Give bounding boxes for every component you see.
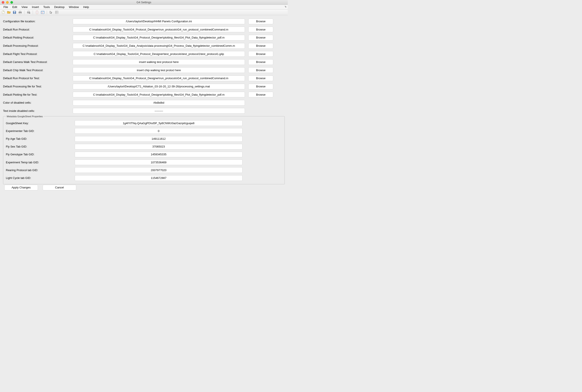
settings-row: Default Chip Walk Test Protocol:insert c…: [3, 66, 285, 74]
metadata-value-field[interactable]: 0: [75, 128, 242, 134]
setting-label: Default Chip Walk Test Protocol:: [3, 68, 73, 72]
menubar: File Edit View Insert Tools Desktop Wind…: [0, 5, 288, 10]
menu-insert[interactable]: Insert: [30, 5, 41, 9]
zoom-window-button[interactable]: [11, 1, 13, 4]
menu-tools[interactable]: Tools: [41, 5, 52, 9]
setting-value-field[interactable]: insert walking test protocol here: [73, 59, 245, 65]
setting-label: Color of disabled cells:: [3, 101, 73, 104]
settings-row: Configuration file location:/Users/taylo…: [3, 17, 285, 26]
svg-rect-6: [19, 13, 21, 14]
page-setup-icon[interactable]: [27, 10, 31, 14]
svg-rect-7: [27, 12, 30, 13]
metadata-value-field[interactable]: 37065023: [75, 144, 242, 150]
settings-row: Default Run Protocol:C:\matlabroot\G4_Di…: [3, 26, 285, 34]
menubar-overflow-icon[interactable]: ⇘: [284, 5, 286, 8]
metadata-value-field[interactable]: 1154672887: [75, 175, 242, 181]
close-window-button[interactable]: [2, 1, 4, 4]
cancel-button[interactable]: Cancel: [43, 185, 76, 190]
settings-row: Default Plotting file for Test:C:\matlab…: [3, 90, 285, 99]
metadata-row: Fly Sex Tab GID:37065023: [6, 143, 282, 150]
metadata-row: Rearing Protocol tab GID:2007977020: [6, 166, 282, 174]
settings-row: Default Flight Test Protocol:C:\matlabro…: [3, 50, 285, 58]
metadata-row: Experimenter Tab GID:0: [6, 127, 282, 135]
setting-value-field[interactable]: C:\matlabroot\G4_Display_Tools\G4_Protoc…: [73, 92, 245, 97]
titlebar: G4 Settings: [0, 0, 288, 5]
menu-file[interactable]: File: [1, 5, 10, 9]
menu-edit[interactable]: Edit: [10, 5, 19, 9]
metadata-label: Light Cycle tab GID:: [6, 176, 75, 180]
browse-button[interactable]: Browse: [248, 67, 273, 73]
browse-button[interactable]: Browse: [248, 84, 273, 89]
toolbar-divider: [24, 10, 25, 14]
setting-label: Default Processing file for Test:: [3, 85, 73, 88]
setting-value-field[interactable]: C:\matlabroot\G4_Display_Tools\G4_Protoc…: [73, 76, 245, 81]
metadata-row: Fly Genotype Tab GID:1459345335: [6, 150, 282, 158]
apply-changes-button[interactable]: Apply Changes: [4, 185, 38, 190]
svg-rect-8: [28, 11, 30, 12]
print-icon[interactable]: [18, 10, 22, 14]
metadata-value-field[interactable]: 2007977020: [75, 167, 242, 173]
settings-row: Default Processing Protocol:C:\matlabroo…: [3, 42, 285, 50]
svg-rect-3: [14, 12, 15, 14]
metadata-label: Rearing Protocol tab GID:: [6, 168, 75, 172]
metadata-value-field[interactable]: 1073536469: [75, 160, 242, 165]
browse-button[interactable]: Browse: [248, 59, 273, 65]
metadata-label: Fly Genotype Tab GID:: [6, 153, 75, 156]
menu-help[interactable]: Help: [81, 5, 91, 9]
browse-button[interactable]: Browse: [248, 26, 273, 32]
setting-value-field[interactable]: C:\matlabroot\G4_Display_Tools\G4_Protoc…: [73, 35, 245, 40]
menu-desktop[interactable]: Desktop: [52, 5, 67, 9]
browse-button[interactable]: Browse: [248, 76, 273, 81]
menu-view[interactable]: View: [19, 5, 30, 9]
browse-button[interactable]: Browse: [248, 18, 273, 24]
setting-value-field[interactable]: ---------: [73, 108, 245, 114]
mobile-icon[interactable]: [35, 10, 39, 14]
setting-label: Default Run Protocol for Test:: [3, 76, 73, 80]
metadata-label: Experiment Temp tab GID:: [6, 161, 75, 164]
settings-row: Default Run Protocol for Test:C:\matlabr…: [3, 74, 285, 82]
svg-rect-12: [41, 11, 44, 14]
setting-label: Default Flight Test Protocol:: [3, 52, 73, 56]
metadata-row: Light Cycle tab GID:1154672887: [6, 174, 282, 182]
browse-button[interactable]: Browse: [248, 92, 273, 97]
settings-row: Default Processing file for Test:/Users/…: [3, 82, 285, 91]
browse-button[interactable]: Browse: [248, 35, 273, 40]
setting-value-field[interactable]: /Users/taylorl/Desktop/CT1_Ablation_03-1…: [73, 84, 245, 89]
setting-value-field[interactable]: #bdbdbd: [73, 100, 245, 106]
setting-value-field[interactable]: insert chip walking test protocl here: [73, 67, 245, 73]
open-folder-icon[interactable]: [7, 10, 11, 14]
metadata-row: Experiment Temp tab GID:1073536469: [6, 158, 282, 166]
toolbar-divider: [33, 10, 33, 14]
metadata-row: GoogleSheet Key:1g4IYtTNq-QAaGgPDIut5P_5…: [6, 119, 282, 127]
setting-value-field[interactable]: /Users/taylorl/Desktop/HHMI Panels Confi…: [73, 18, 245, 24]
setting-label: Configuration file location:: [3, 20, 73, 23]
layout-icon[interactable]: [41, 10, 45, 14]
metadata-label: Fly Age Tab GID:: [6, 137, 75, 140]
setting-value-field[interactable]: C:\matlabroot\G4_Display_Tools\G4_Protoc…: [73, 51, 245, 57]
minimize-window-button[interactable]: [6, 1, 9, 4]
svg-rect-11: [37, 11, 38, 13]
setting-value-field[interactable]: C:\matlabroot\G4_Display_Tools\G4_Protoc…: [73, 26, 245, 32]
metadata-value-field[interactable]: 1459345335: [75, 152, 242, 157]
setting-label: Default Plotting Protocol:: [3, 36, 73, 39]
metadata-label: GoogleSheet Key:: [6, 122, 75, 125]
metadata-value-field[interactable]: 1g4IYtTNq-QAaGgPDIut5P_5y6CNWU0azGazq4zg…: [75, 120, 242, 126]
pointer-icon[interactable]: [49, 10, 53, 14]
properties-icon[interactable]: [55, 10, 59, 14]
menu-window[interactable]: Window: [67, 5, 81, 9]
save-icon[interactable]: [13, 10, 17, 14]
setting-label: Default Run Protocol:: [3, 28, 73, 31]
browse-button[interactable]: Browse: [248, 43, 273, 49]
new-file-icon[interactable]: [1, 10, 5, 14]
browse-button[interactable]: Browse: [248, 51, 273, 57]
setting-label: Default Processing Protocol:: [3, 44, 73, 48]
metadata-value-field[interactable]: 149111612: [75, 136, 242, 142]
window-title: G4 Settings: [0, 1, 288, 4]
svg-rect-15: [56, 11, 58, 14]
settings-row: Text inside disabled cells:---------: [3, 107, 285, 115]
svg-rect-2: [14, 11, 15, 12]
setting-value-field[interactable]: C:\matlabroot\G4_Display_Tools\G4_Data_A…: [73, 43, 245, 49]
metadata-label: Fly Sex Tab GID:: [6, 145, 75, 148]
settings-row: Default Camera Walk Test Protocol:insert…: [3, 58, 285, 66]
setting-label: Default Camera Walk Test Protocol:: [3, 60, 73, 64]
